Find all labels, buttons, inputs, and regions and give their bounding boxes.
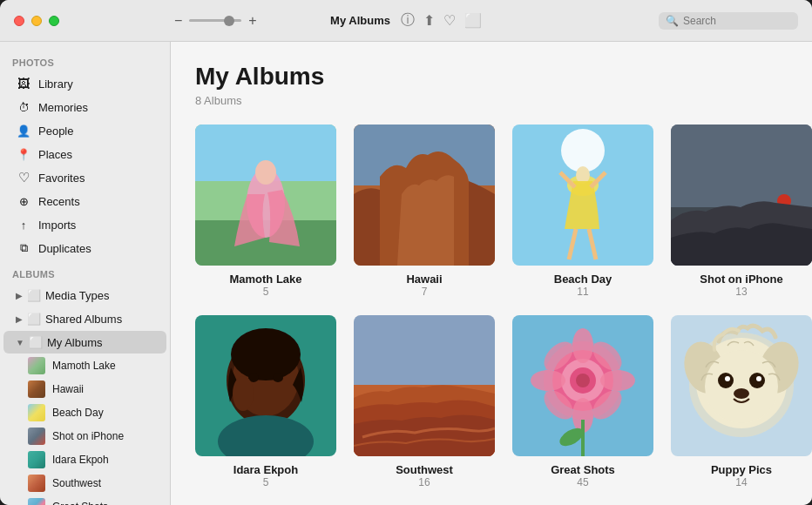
info-icon[interactable]: ⓘ: [401, 11, 415, 30]
thumb-mamoth-lake: [28, 357, 45, 374]
sidebar-label-library: Library: [38, 77, 73, 91]
titlebar-icons: ⓘ ⬆ ♡ ⬜: [401, 11, 482, 30]
maximize-button[interactable]: [49, 16, 59, 26]
svg-point-35: [576, 374, 590, 387]
photos-section-header: Photos: [0, 49, 170, 71]
sidebar-item-memories[interactable]: ⏱ Memories: [3, 96, 166, 118]
chevron-right-icon-shared: ▶: [16, 314, 23, 324]
sidebar-sub-great-shots[interactable]: Great Shots: [3, 495, 166, 505]
sidebar-sub-beach-day[interactable]: Beach Day: [3, 401, 166, 424]
album-item-mamoth-lake[interactable]: Mamoth Lake 5: [195, 125, 336, 298]
sidebar-sub-label-beach-day: Beach Day: [52, 407, 104, 419]
album-thumb-puppy-pics: [671, 315, 812, 456]
sidebar-label-memories: Memories: [38, 101, 88, 114]
albums-section-header: Albums: [0, 260, 170, 283]
sidebar-item-recents[interactable]: ⊕ Recents: [3, 190, 166, 212]
minimize-button[interactable]: [31, 16, 42, 26]
sidebar-group-my-albums[interactable]: ▼ ⬜ My Albums: [3, 331, 166, 354]
svg-point-56: [734, 388, 749, 399]
search-input[interactable]: [683, 15, 788, 27]
svg-point-5: [255, 160, 276, 185]
album-item-great-shots[interactable]: Great Shots 45: [512, 315, 653, 488]
svg-point-39: [600, 370, 635, 391]
album-thumb-great-shots: [512, 315, 653, 456]
sidebar-item-favorites[interactable]: ♡ Favorites: [3, 166, 166, 189]
sidebar-item-people[interactable]: 👤 People: [3, 119, 166, 142]
album-item-shot-on-iphone[interactable]: Shot on iPhone 13: [671, 125, 812, 298]
sidebar: Photos 🖼 Library ⏱ Memories 👤 People 📍 P…: [0, 42, 171, 505]
album-thumb-hawaii: [354, 125, 495, 266]
album-thumb-beach-day: [512, 125, 653, 266]
album-count-great-shots: 45: [577, 476, 588, 488]
zoom-slider[interactable]: [189, 19, 241, 22]
svg-rect-28: [354, 315, 495, 385]
library-icon: 🖼: [16, 76, 31, 91]
sidebar-sub-shot-on-iphone[interactable]: Shot on iPhone: [3, 425, 166, 448]
album-count-southwest: 16: [418, 476, 430, 488]
album-thumb-southwest: [354, 315, 495, 456]
album-count-puppy-pics: 14: [735, 476, 747, 488]
heart-icon[interactable]: ♡: [443, 12, 456, 29]
sidebar-sub-southwest[interactable]: Southwest: [3, 472, 166, 495]
zoom-slider-thumb: [224, 16, 234, 26]
memories-icon: ⏱: [16, 99, 31, 115]
app-window: − + My Albums ⓘ ⬆ ♡ ⬜ 🔍 Photos: [0, 0, 812, 505]
thumb-beach-day: [28, 404, 45, 421]
chevron-right-icon: ▶: [16, 291, 23, 300]
album-count-mamoth-lake: 5: [263, 286, 269, 298]
sidebar-label-shared-albums: Shared Albums: [45, 313, 122, 326]
album-item-puppy-pics[interactable]: Puppy Pics 14: [671, 315, 812, 488]
album-item-beach-day[interactable]: Beach Day 11: [512, 125, 653, 298]
favorites-icon: ♡: [16, 170, 31, 185]
zoom-in-button[interactable]: +: [248, 13, 256, 29]
main-layout: Photos 🖼 Library ⏱ Memories 👤 People 📍 P…: [0, 42, 812, 505]
album-name-southwest: Southwest: [396, 463, 453, 476]
close-button[interactable]: [14, 16, 24, 26]
album-name-shot-on-iphone: Shot on iPhone: [700, 273, 782, 286]
places-icon: 📍: [16, 146, 31, 162]
svg-point-55: [756, 376, 761, 381]
rotate-icon[interactable]: ⬜: [464, 12, 482, 29]
sidebar-group-shared-albums[interactable]: ▶ ⬜ Shared Albums: [3, 307, 166, 330]
thumb-hawaii: [28, 380, 45, 398]
album-count-idara-ekpoh: 5: [263, 476, 269, 488]
album-thumb-idara-ekpoh: [195, 315, 336, 456]
album-count-hawaii: 7: [422, 286, 428, 298]
titlebar-center: My Albums ⓘ ⬆ ♡ ⬜: [330, 11, 482, 30]
sidebar-sub-mamoth-lake[interactable]: Mamoth Lake: [3, 354, 166, 377]
zoom-out-button[interactable]: −: [174, 13, 182, 29]
album-item-hawaii[interactable]: Hawaii 7: [354, 125, 495, 298]
album-name-mamoth-lake: Mamoth Lake: [229, 273, 301, 286]
sidebar-item-duplicates[interactable]: ⧉ Duplicates: [3, 237, 166, 259]
sidebar-item-imports[interactable]: ↑ Imports: [3, 213, 166, 236]
sidebar-label-favorites: Favorites: [38, 172, 85, 185]
sidebar-sub-idara-ekpoh[interactable]: Idara Ekpoh: [3, 448, 166, 471]
main-content: My Albums 8 Albums: [171, 42, 812, 505]
album-name-hawaii: Hawaii: [406, 273, 442, 286]
thumb-great-shots: [28, 498, 45, 505]
media-types-icon: ⬜: [26, 287, 42, 303]
sidebar-item-places[interactable]: 📍 Places: [3, 143, 166, 165]
sidebar-sub-hawaii[interactable]: Hawaii: [3, 378, 166, 401]
share-icon[interactable]: ⬆: [423, 12, 435, 29]
album-name-idara-ekpoh: Idara Ekpoh: [233, 463, 298, 476]
my-albums-icon: ⬜: [28, 334, 44, 350]
search-bar[interactable]: 🔍: [659, 12, 798, 30]
album-item-southwest[interactable]: Southwest 16: [354, 315, 495, 488]
sidebar-item-library[interactable]: 🖼 Library: [3, 72, 166, 95]
titlebar-title: My Albums: [330, 14, 390, 27]
search-icon: 🔍: [666, 15, 679, 27]
svg-point-38: [531, 370, 565, 391]
thumb-southwest: [28, 475, 45, 492]
page-title: My Albums: [195, 63, 788, 91]
sidebar-sub-label-great-shots: Great Shots: [52, 501, 108, 505]
sidebar-sub-label-southwest: Southwest: [52, 477, 101, 489]
people-icon: 👤: [16, 123, 31, 138]
album-count-beach-day: 11: [577, 286, 588, 298]
sidebar-group-media-types[interactable]: ▶ ⬜ Media Types: [3, 284, 166, 306]
album-item-idara-ekpoh[interactable]: Idara Ekpoh 5: [195, 315, 336, 488]
album-name-beach-day: Beach Day: [554, 273, 612, 286]
album-thumb-shot-on-iphone: [671, 125, 812, 266]
sidebar-label-my-albums: My Albums: [47, 336, 103, 349]
album-count-shot-on-iphone: 13: [735, 286, 747, 298]
